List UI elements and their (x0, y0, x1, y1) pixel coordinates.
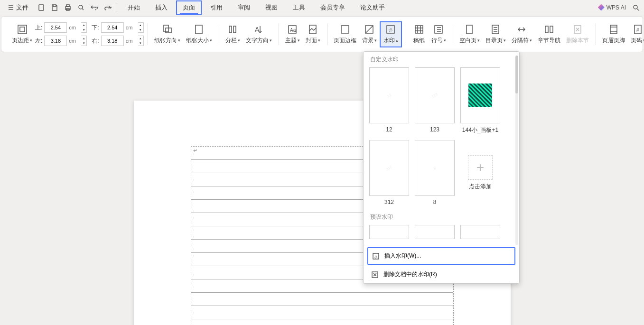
tab-review[interactable]: 审阅 (231, 0, 257, 15)
watermark-button[interactable]: 水 水印▴ (380, 21, 402, 47)
header-footer-icon (608, 24, 619, 35)
svg-rect-23 (545, 26, 548, 33)
delete-section-icon (572, 24, 583, 35)
tab-thesis[interactable]: 论文助手 (354, 0, 392, 15)
watermark-item-8[interactable]: 8 8 (415, 140, 455, 205)
margin-right-spinner[interactable]: ▴▾ (138, 36, 144, 46)
text-direction-button[interactable]: A 文字方向▾ (243, 22, 275, 46)
tab-reference[interactable]: 引用 (204, 0, 229, 15)
redo-icon[interactable]: ▾ (103, 3, 112, 12)
margin-bottom-spinner[interactable]: ▴▾ (138, 22, 144, 33)
undo-icon[interactable]: ▾ (90, 3, 99, 12)
page-number-button[interactable]: # 页码▾ (628, 22, 644, 46)
toc-page-button[interactable]: 目录页▾ (483, 22, 509, 46)
margins-label: 页边距 (12, 37, 29, 45)
tab-page[interactable]: 页面 (176, 0, 202, 15)
tab-insert[interactable]: 插入 (149, 0, 174, 15)
margin-right-row: 右: cm ▴▾ (92, 36, 143, 46)
svg-rect-26 (610, 25, 617, 34)
chapter-nav-button[interactable]: 章节导航 (535, 22, 563, 46)
manuscript-button[interactable]: 稿纸 (410, 22, 429, 46)
watermark-item-312[interactable]: 312 312 (369, 140, 409, 205)
margin-bottom-row: 下: cm ▴▾ (92, 22, 143, 33)
margin-left-row: 左: cm ▴▾ (35, 36, 87, 46)
delete-watermark-option[interactable]: 删除文档中的水印(R) (364, 266, 519, 283)
margin-right-input[interactable] (101, 36, 124, 46)
svg-rect-10 (196, 25, 202, 34)
save-icon[interactable] (50, 3, 59, 12)
insert-watermark-option[interactable]: 水 插入水印(W)... (367, 247, 515, 265)
print-preview-icon[interactable] (77, 3, 85, 12)
toc-icon (490, 24, 501, 35)
background-button[interactable]: 背景▾ (359, 22, 380, 46)
page-border-button[interactable]: 页面边框 (331, 22, 359, 46)
blank-page-icon (464, 24, 475, 35)
margin-bottom-input[interactable] (101, 22, 124, 33)
print-icon[interactable] (64, 3, 72, 12)
preset-thumb-1[interactable] (369, 225, 409, 239)
group-margins: 页边距▾ 上: cm ▴▾ 下: cm ▴▾ 左: cm ▴▾ 右: (5, 19, 148, 50)
margin-bottom-label: 下: (92, 24, 99, 32)
watermark-item-144[interactable]: 144小_画板+1 (460, 67, 500, 134)
page-number-icon: # (633, 24, 643, 35)
margin-right-unit: cm (126, 38, 136, 44)
margin-right-label: 右: (92, 37, 99, 45)
margins-icon (17, 24, 28, 35)
header-footer-button[interactable]: 页眉页脚 (599, 22, 628, 46)
margin-left-spinner[interactable]: ▴▾ (81, 36, 87, 46)
line-numbers-icon (433, 24, 444, 35)
watermark-icon: 水 (385, 24, 396, 35)
paper-size-icon (194, 24, 204, 35)
line-numbers-button[interactable]: 行号▾ (429, 22, 449, 46)
svg-point-4 (79, 5, 83, 9)
custom-watermark-grid: 12 12 123 123 144小_画板+1 312 312 8 8 + 点击… (364, 65, 519, 209)
ai-logo-icon (598, 4, 605, 11)
margin-top-input[interactable] (44, 22, 67, 33)
blank-page-button[interactable]: 空白页▾ (457, 22, 483, 46)
preset-thumb-2[interactable] (415, 225, 455, 239)
margins-button[interactable]: 页边距▾ (9, 22, 35, 46)
svg-text:#: # (636, 28, 639, 33)
columns-button[interactable]: 分栏▾ (223, 22, 243, 46)
tab-start[interactable]: 开始 (121, 0, 147, 15)
delete-watermark-icon (371, 271, 379, 279)
svg-rect-19 (415, 26, 423, 33)
text-direction-icon: A (253, 24, 264, 35)
margin-top-spinner[interactable]: ▴▾ (81, 22, 87, 33)
orientation-button[interactable]: 纸张方向▾ (151, 22, 183, 46)
watermark-item-12[interactable]: 12 12 (369, 67, 409, 134)
separator-icon (516, 24, 527, 35)
margin-left-input[interactable] (44, 36, 67, 46)
wps-ai-button[interactable]: WPS AI (598, 4, 626, 11)
custom-watermark-title: 自定义水印 (364, 52, 519, 65)
menu-bar: 文件 ▾ ▾ 开始 插入 页面 引用 审阅 视图 工具 会员专享 论文助手 WP… (0, 0, 644, 15)
margin-bottom-unit: cm (126, 25, 136, 30)
file-label: 文件 (16, 3, 28, 12)
margin-left-label: 左: (35, 37, 42, 45)
watermark-add-button[interactable]: + 点击添加 (460, 140, 500, 205)
tab-tools[interactable]: 工具 (286, 0, 312, 15)
separator-button[interactable]: 分隔符▾ (509, 22, 535, 46)
tab-member[interactable]: 会员专享 (314, 0, 352, 15)
new-doc-icon[interactable] (37, 3, 46, 12)
columns-icon (227, 24, 238, 35)
quick-access-toolbar: ▾ ▾ (32, 3, 117, 12)
theme-icon: Aa (287, 24, 298, 35)
manuscript-icon (414, 24, 424, 35)
tab-view[interactable]: 视图 (259, 0, 284, 15)
panel-scrollbar[interactable] (515, 56, 518, 245)
margin-top-unit: cm (69, 25, 79, 30)
search-icon[interactable] (632, 3, 640, 12)
wps-ai-label: WPS AI (607, 4, 626, 11)
ribbon-tabs: 开始 插入 页面 引用 审阅 视图 工具 会员专享 论文助手 (121, 0, 392, 15)
preset-watermark-title: 预设水印 (364, 209, 519, 223)
svg-text:水: 水 (388, 27, 393, 32)
cover-button[interactable]: 封面▾ (303, 22, 323, 46)
file-menu[interactable]: 文件 (4, 1, 32, 14)
watermark-item-123[interactable]: 123 123 (415, 67, 455, 134)
theme-button[interactable]: Aa 主题▾ (282, 22, 303, 46)
paper-size-button[interactable]: 纸张大小▾ (183, 22, 215, 46)
svg-point-5 (634, 5, 637, 9)
preset-thumb-3[interactable] (460, 225, 500, 239)
svg-text:Aa: Aa (290, 28, 296, 33)
